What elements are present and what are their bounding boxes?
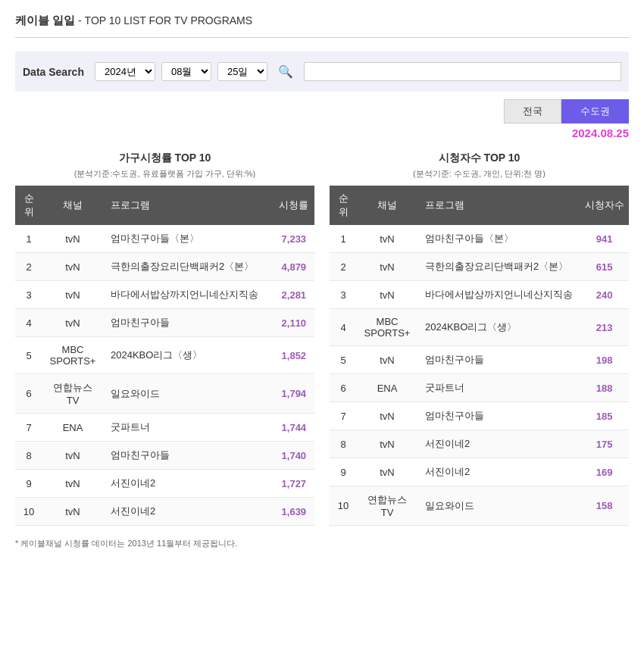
program-cell: 일요와이드 [417,486,580,526]
program-cell: 서진이네2 [417,458,580,486]
region-btn-nationwide[interactable]: 전국 [504,99,561,123]
rank-cell: 10 [15,498,42,526]
value-cell: 1,727 [274,470,314,498]
program-cell: 서진이네2 [103,470,274,498]
rank-cell: 2 [330,253,357,281]
channel-cell: 연합뉴스TV [42,374,103,414]
rank-cell: 4 [330,309,357,346]
table-row: 5 tvN 엄마친구아들 198 [330,346,629,374]
channel-cell: tvN [357,346,417,374]
search-bar: Data Search 2024년 08월 25일 🔍 [15,52,629,92]
value-cell: 158 [580,486,629,526]
month-select[interactable]: 08월 [161,62,211,81]
program-cell: 엄마친구아들 [417,402,580,430]
year-select[interactable]: 2024년 [95,62,155,81]
channel-cell: tvN [357,430,417,458]
rank-cell: 4 [15,309,42,337]
channel-cell: tvN [357,281,417,309]
program-cell: 바다에서밥상까지언니네산지직송 [417,281,580,309]
value-cell: 188 [580,374,629,402]
program-cell: 극한의출장요리단백패커2〈본〉 [417,253,580,281]
program-cell: 엄마친구아들 [417,346,580,374]
channel-cell: 연합뉴스TV [357,486,417,526]
date-display: 2024.08.25 [15,127,629,139]
value-cell: 213 [580,309,629,346]
viewer-table-title: 시청자수 TOP 10 [330,152,629,165]
channel-cell: tvN [42,442,103,470]
viewer-table-subtitle: (분석기준: 수도권, 개인, 단위:천 명) [330,168,629,180]
col-header-rank2: 순위 [330,186,357,225]
value-cell: 169 [580,458,629,486]
value-cell: 4,879 [274,253,314,281]
value-cell: 2,110 [274,309,314,337]
channel-cell: MBC SPORTS+ [42,337,103,374]
search-button[interactable]: 🔍 [274,63,298,80]
table-row: 7 tvN 엄마친구아들 185 [330,402,629,430]
rank-cell: 7 [330,402,357,430]
program-cell: 엄마친구아들 [103,442,274,470]
channel-cell: tvN [357,402,417,430]
household-table-title: 가구시청률 TOP 10 [15,152,314,165]
table-row: 4 tvN 엄마친구아들 2,110 [15,309,314,337]
table-row: 10 연합뉴스TV 일요와이드 158 [330,486,629,526]
page-subtitle: - TOP 10 LIST FOR TV PROGRAMS [75,14,252,27]
table-row: 1 tvN 엄마친구아들〈본〉 941 [330,225,629,253]
col-header-value: 시청률 [274,186,314,225]
channel-cell: MBC SPORTS+ [357,309,417,346]
table-row: 5 MBC SPORTS+ 2024KBO리그〈생〉 1,852 [15,337,314,374]
viewer-table: 순위 채널 프로그램 시청자수 1 tvN 엄마친구아들〈본〉 941 2 tv… [330,186,629,526]
table-row: 2 tvN 극한의출장요리단백패커2〈본〉 4,879 [15,253,314,281]
rank-cell: 5 [330,346,357,374]
program-cell: 극한의출장요리단백패커2〈본〉 [103,253,274,281]
search-input[interactable] [304,62,621,81]
table-row: 3 tvN 바다에서밥상까지언니네산지직송 2,281 [15,281,314,309]
rank-cell: 1 [330,225,357,253]
value-cell: 1,744 [274,414,314,442]
value-cell: 198 [580,346,629,374]
rank-cell: 9 [15,470,42,498]
day-select[interactable]: 25일 [217,62,267,81]
value-cell: 1,639 [274,498,314,526]
program-cell: 2024KBO리그〈생〉 [417,309,580,346]
value-cell: 185 [580,402,629,430]
channel-cell: tvN [42,225,103,253]
channel-cell: tvN [357,253,417,281]
region-btn-capital[interactable]: 수도권 [561,99,629,123]
program-cell: 굿파트너 [417,374,580,402]
table-row: 2 tvN 극한의출장요리단백패커2〈본〉 615 [330,253,629,281]
program-cell: 엄마친구아들 [103,309,274,337]
table-row: 8 tvN 엄마친구아들 1,740 [15,442,314,470]
viewer-table-section: 시청자수 TOP 10 (분석기준: 수도권, 개인, 단위:천 명) 순위 채… [330,152,629,526]
household-table-section: 가구시청률 TOP 10 (분석기준:수도권, 유료플랫폼 가입 가구, 단위:… [15,152,314,526]
value-cell: 941 [580,225,629,253]
household-table: 순위 채널 프로그램 시청률 1 tvN 엄마친구아들〈본〉 7,233 2 t… [15,186,314,526]
region-buttons: 전국 수도권 [15,99,629,123]
value-cell: 1,852 [274,337,314,374]
channel-cell: tvN [42,498,103,526]
channel-cell: ENA [357,374,417,402]
search-label: Data Search [23,66,84,78]
table-row: 10 tvN 서진이네2 1,639 [15,498,314,526]
col-header-value2: 시청자수 [580,186,629,225]
rank-cell: 5 [15,337,42,374]
rank-cell: 8 [15,442,42,470]
program-cell: 바다에서밥상까지언니네산지직송 [103,281,274,309]
rank-cell: 1 [15,225,42,253]
table-row: 1 tvN 엄마친구아들〈본〉 7,233 [15,225,314,253]
channel-cell: tvN [357,225,417,253]
table-row: 9 tvN 서진이네2 169 [330,458,629,486]
footer-note: * 케이블채널 시청률 데이터는 2013년 11월부터 제공됩니다. [15,538,629,549]
col-header-program2: 프로그램 [417,186,580,225]
table-row: 8 tvN 서진이네2 175 [330,430,629,458]
program-cell: 서진이네2 [417,430,580,458]
program-cell: 엄마친구아들〈본〉 [417,225,580,253]
value-cell: 1,794 [274,374,314,414]
value-cell: 7,233 [274,225,314,253]
channel-cell: ENA [42,414,103,442]
rank-cell: 2 [15,253,42,281]
rank-cell: 3 [15,281,42,309]
program-cell: 굿파트너 [103,414,274,442]
value-cell: 615 [580,253,629,281]
col-header-channel2: 채널 [357,186,417,225]
program-cell: 2024KBO리그〈생〉 [103,337,274,374]
